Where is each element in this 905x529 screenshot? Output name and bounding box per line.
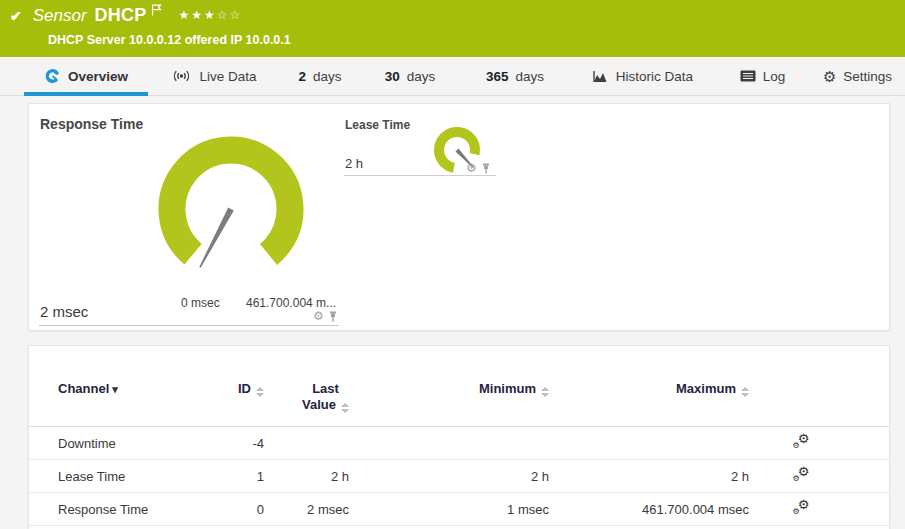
pin-icon[interactable] bbox=[328, 311, 338, 322]
response-time-title: Response Time bbox=[40, 116, 143, 132]
sort-icon bbox=[256, 387, 264, 397]
gauge-scale-max: 461.700.004 m... bbox=[246, 296, 336, 310]
channel-settings-icon[interactable]: ⚙⚙ bbox=[793, 467, 810, 482]
lease-time-value: 2 h bbox=[345, 156, 363, 171]
prtg-sensor-page: { "icons": { "check": "✔", "gear": "⚙", … bbox=[0, 0, 905, 529]
channel-last-value bbox=[264, 427, 349, 460]
flag-icon[interactable] bbox=[151, 2, 162, 20]
sort-icon bbox=[341, 403, 349, 413]
channel-maximum: 461.700.004 msec bbox=[549, 493, 749, 526]
channel-id: 1 bbox=[204, 460, 264, 493]
tab-2-days[interactable]: 2 days bbox=[280, 57, 360, 95]
channels-table: Channel▾ ID Last Value Minimum Maximum bbox=[29, 381, 889, 526]
gear-icon[interactable]: ⚙ bbox=[313, 310, 324, 322]
response-time-value: 2 msec bbox=[40, 303, 88, 320]
channel-name: Lease Time bbox=[29, 460, 204, 493]
column-header-actions bbox=[749, 381, 889, 427]
gauge-icon bbox=[44, 68, 61, 84]
live-signal-icon bbox=[171, 69, 192, 83]
overview-gauges-panel: Response Time 0 msec 461.700.004 m... 2 … bbox=[28, 103, 890, 331]
channel-minimum: 2 h bbox=[349, 460, 549, 493]
sort-icon bbox=[541, 387, 549, 397]
tab-log[interactable]: Log bbox=[715, 57, 810, 95]
tab-overview[interactable]: Overview bbox=[24, 57, 148, 95]
column-header-id[interactable]: ID bbox=[204, 381, 264, 427]
priority-stars[interactable]: ★★★☆☆ bbox=[178, 8, 242, 22]
divider bbox=[39, 325, 339, 326]
gear-icon[interactable]: ⚙ bbox=[466, 162, 477, 174]
column-header-maximum[interactable]: Maximum bbox=[549, 381, 749, 427]
pin-icon[interactable] bbox=[481, 163, 491, 174]
sort-icon bbox=[741, 387, 749, 397]
lease-time-widget-controls: ⚙ bbox=[466, 162, 491, 174]
sensor-name: DHCP bbox=[95, 5, 147, 26]
area-chart-icon bbox=[592, 70, 609, 83]
tab-historic-data[interactable]: Historic Data bbox=[570, 57, 715, 95]
channel-minimum: 1 msec bbox=[349, 493, 549, 526]
channel-last-value: 2 h bbox=[264, 460, 349, 493]
status-ok-check-icon: ✔ bbox=[10, 8, 22, 24]
tab-bar: Overview Live Data 2 days 30 days 365 da… bbox=[0, 57, 905, 96]
channel-settings-icon[interactable]: ⚙⚙ bbox=[793, 500, 810, 515]
tab-settings[interactable]: ⚙ Settings bbox=[810, 57, 905, 95]
sort-desc-icon: ▾ bbox=[112, 383, 118, 395]
channel-id: 0 bbox=[204, 493, 264, 526]
channel-maximum: 2 h bbox=[549, 460, 749, 493]
table-row-response-time: Response Time 0 2 msec 1 msec 461.700.00… bbox=[29, 493, 889, 526]
tab-30-days[interactable]: 30 days bbox=[360, 57, 460, 95]
channel-maximum bbox=[549, 427, 749, 460]
channel-last-value: 2 msec bbox=[264, 493, 349, 526]
gauge-needle bbox=[199, 208, 234, 268]
response-time-widget-controls: ⚙ bbox=[313, 310, 338, 322]
gear-icon: ⚙ bbox=[823, 69, 836, 84]
column-header-last-value[interactable]: Last Value bbox=[264, 381, 349, 427]
log-list-icon bbox=[740, 70, 756, 82]
gauge-scale-min: 0 msec bbox=[181, 296, 220, 310]
channel-minimum bbox=[349, 427, 549, 460]
channels-panel: Channel▾ ID Last Value Minimum Maximum bbox=[28, 345, 890, 529]
tab-live-data[interactable]: Live Data bbox=[148, 57, 280, 95]
tab-365-days[interactable]: 365 days bbox=[460, 57, 570, 95]
column-header-channel[interactable]: Channel▾ bbox=[29, 381, 204, 427]
sensor-subtitle: DHCP Server 10.0.0.12 offered IP 10.0.0.… bbox=[48, 33, 291, 47]
table-row-downtime: Downtime -4 ⚙⚙ bbox=[29, 427, 889, 460]
object-kind-label: Sensor bbox=[33, 6, 87, 26]
channel-id: -4 bbox=[204, 427, 264, 460]
channel-settings-icon[interactable]: ⚙⚙ bbox=[793, 434, 810, 449]
response-time-gauge bbox=[146, 134, 316, 294]
lease-time-title: Lease Time bbox=[345, 118, 410, 132]
sensor-header: ✔ Sensor DHCP ★★★☆☆ DHCP Server 10.0.0.1… bbox=[0, 0, 905, 57]
divider bbox=[344, 175, 496, 176]
column-header-minimum[interactable]: Minimum bbox=[349, 381, 549, 427]
table-row-lease-time: Lease Time 1 2 h 2 h 2 h ⚙⚙ bbox=[29, 460, 889, 493]
channel-name: Downtime bbox=[29, 427, 204, 460]
channel-name: Response Time bbox=[29, 493, 204, 526]
